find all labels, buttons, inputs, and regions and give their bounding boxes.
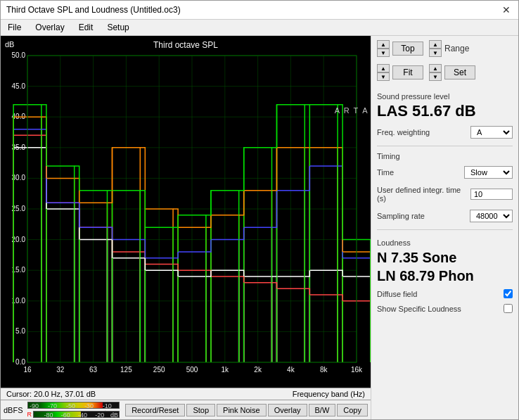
top-spin-down[interactable]: ▼ — [377, 49, 390, 57]
diffuse-field-row: Diffuse field — [377, 289, 513, 298]
fit-spin-down[interactable]: ▼ — [377, 72, 390, 81]
show-specific-checkbox[interactable] — [504, 304, 513, 313]
cursor-text: Cursor: 20.0 Hz, 37.01 dB — [6, 390, 96, 398]
title-bar: Third Octave SPL and Loudness (Untitled.… — [1, 1, 518, 20]
set-button[interactable]: Set — [444, 65, 475, 79]
timing-header: Timing — [377, 152, 513, 160]
loudness-n-value: N 7.35 Sone — [377, 248, 513, 267]
record-reset-button[interactable]: Record/Reset — [125, 404, 185, 416]
freq-weighting-row: Freq. weighting A B C Z — [377, 126, 513, 139]
time-row: Time Fast Slow Impulse Peak — [377, 166, 513, 179]
time-label: Time — [377, 168, 394, 177]
window-title: Third Octave SPL and Loudness (Untitled.… — [6, 5, 181, 15]
range-label: Range — [444, 44, 469, 53]
loudness-ln-value: LN 68.79 Phon — [377, 267, 513, 285]
set-spin-up[interactable]: ▲ — [429, 64, 442, 72]
top-spinner[interactable]: ▲ ▼ — [377, 40, 390, 57]
menu-file[interactable]: File — [5, 21, 24, 34]
diffuse-field-checkbox[interactable] — [504, 289, 513, 298]
time-select[interactable]: Fast Slow Impulse Peak — [464, 166, 513, 179]
fit-button[interactable]: Fit — [392, 65, 423, 79]
menu-bar: File Overlay Edit Setup — [1, 20, 518, 36]
top-button[interactable]: Top — [392, 42, 423, 56]
menu-overlay[interactable]: Overlay — [32, 21, 67, 34]
right-panel: ▲ ▼ Top ▲ ▼ Range ▲ ▼ — [371, 36, 518, 419]
loudness-header: Loudness — [377, 238, 513, 247]
show-specific-label: Show Specific Loudness — [377, 305, 461, 313]
menu-setup[interactable]: Setup — [104, 21, 132, 34]
range-spin-up[interactable]: ▲ — [429, 40, 442, 49]
dbfs-label: dBFS — [4, 406, 23, 414]
pink-noise-button[interactable]: Pink Noise — [217, 404, 267, 416]
level-r-label: R — [27, 411, 32, 418]
spl-value: LAS 51.67 dB — [377, 102, 513, 120]
top-spin-up[interactable]: ▲ — [377, 40, 390, 49]
main-content: Third octave SPL dB ARTA Cursor: 20.0 Hz… — [1, 36, 518, 419]
diffuse-field-label: Diffuse field — [377, 290, 417, 298]
range-spinner[interactable]: ▲ ▼ — [429, 40, 442, 57]
chart-y-label: dB — [5, 40, 14, 49]
set-spinner[interactable]: ▲ ▼ — [429, 64, 442, 81]
dbfs-bar: dBFS -90 -70 -50 -30 -10 dB — [1, 400, 371, 419]
main-window: Third Octave SPL and Loudness (Untitled.… — [0, 0, 519, 420]
spl-title: Sound pressure level — [377, 92, 513, 101]
sampling-rate-label: Sampling rate — [377, 212, 425, 220]
freq-band-label: Frequency band (Hz) — [293, 390, 365, 398]
sampling-rate-select[interactable]: 44100 48000 96000 — [470, 210, 513, 222]
level-row-top: -90 -70 -50 -30 -10 dB — [27, 401, 120, 409]
chart-area: Third octave SPL dB ARTA Cursor: 20.0 Hz… — [1, 36, 371, 419]
fit-spin-up[interactable]: ▲ — [377, 64, 390, 72]
copy-button[interactable]: Copy — [337, 404, 368, 416]
overlay-button[interactable]: Overlay — [268, 404, 307, 416]
chart-container: Third octave SPL dB ARTA — [1, 36, 371, 388]
user-integ-row: User defined integr. time (s) — [377, 186, 513, 203]
freq-weighting-label: Freq. weighting — [377, 128, 430, 136]
close-button[interactable]: ✕ — [500, 4, 513, 16]
level-bars: -90 -70 -50 -30 -10 dB R — [27, 401, 120, 419]
spl-section: Sound pressure level LAS 51.67 dB — [377, 92, 513, 122]
bottom-buttons: Record/Reset Stop Pink Noise Overlay B/W… — [125, 404, 368, 416]
loudness-section: Loudness N 7.35 Sone LN 68.79 Phon — [377, 237, 513, 285]
menu-edit[interactable]: Edit — [76, 21, 96, 34]
level-row-bottom: R -80 -60 -40 -20 dB — [27, 410, 120, 419]
stop-button[interactable]: Stop — [186, 404, 215, 416]
show-specific-row: Show Specific Loudness — [377, 304, 513, 313]
chart-arta-label: ARTA — [332, 106, 369, 115]
user-integ-input[interactable] — [470, 189, 513, 200]
fit-spinner[interactable]: ▲ ▼ — [377, 64, 390, 81]
cursor-info: Cursor: 20.0 Hz, 37.01 dB Frequency band… — [1, 388, 371, 400]
freq-weighting-select[interactable]: A B C Z — [470, 126, 513, 139]
chart-canvas — [1, 36, 371, 388]
bw-button[interactable]: B/W — [309, 404, 336, 416]
user-integ-label: User defined integr. time (s) — [377, 186, 468, 203]
sampling-rate-row: Sampling rate 44100 48000 96000 — [377, 210, 513, 222]
set-spin-down[interactable]: ▼ — [429, 72, 442, 81]
range-spin-down[interactable]: ▼ — [429, 49, 442, 57]
